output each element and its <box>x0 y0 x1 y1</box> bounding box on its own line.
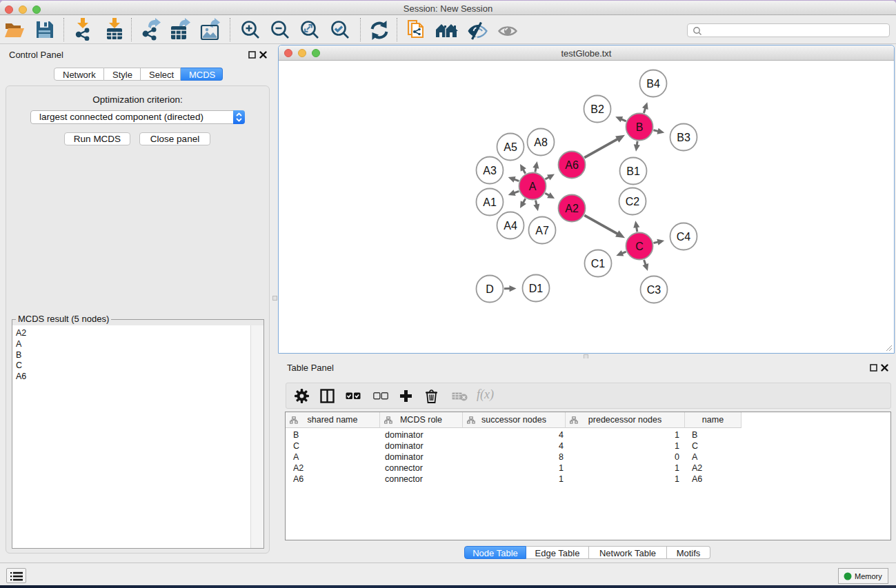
svg-text:C1: C1 <box>591 258 606 270</box>
svg-text:A: A <box>529 181 537 192</box>
svg-text:A6: A6 <box>565 159 579 171</box>
svg-text:A4: A4 <box>504 220 517 232</box>
svg-text:C: C <box>635 241 644 252</box>
svg-text:C2: C2 <box>626 196 640 207</box>
svg-text:B3: B3 <box>677 132 690 143</box>
svg-text:A5: A5 <box>504 141 517 153</box>
svg-text:D: D <box>486 283 494 295</box>
svg-text:A3: A3 <box>483 165 497 176</box>
svg-text:B4: B4 <box>646 78 660 90</box>
svg-text:B: B <box>636 121 644 133</box>
svg-text:D1: D1 <box>529 283 544 294</box>
svg-text:B1: B1 <box>626 165 640 177</box>
svg-text:A7: A7 <box>535 225 549 236</box>
svg-text:A1: A1 <box>483 196 497 208</box>
svg-text:A8: A8 <box>534 136 548 148</box>
svg-text:C3: C3 <box>647 284 661 296</box>
svg-text:B2: B2 <box>590 103 604 115</box>
svg-text:C4: C4 <box>677 231 691 243</box>
svg-text:A2: A2 <box>565 203 579 214</box>
